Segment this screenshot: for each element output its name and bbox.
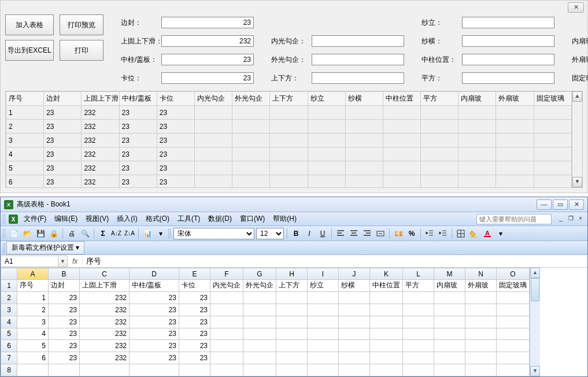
sheet-cell[interactable] — [243, 352, 276, 364]
toolbar-handle-icon[interactable] — [168, 229, 171, 238]
grid-cell[interactable]: 23 — [157, 134, 194, 147]
field-input-shaheng[interactable] — [462, 35, 554, 47]
column-header[interactable]: J — [339, 268, 370, 280]
grid-cell[interactable] — [270, 120, 308, 134]
grid-cell[interactable] — [534, 106, 571, 120]
sheet-cell[interactable]: 纱立 — [308, 280, 339, 292]
sheet-cell[interactable]: 23 — [179, 291, 210, 304]
field-input-zhongzhu_gaiban[interactable] — [161, 54, 254, 65]
sheet-cell[interactable]: 内光勾企 — [210, 280, 243, 292]
grid-cell[interactable] — [421, 106, 458, 120]
grid-header[interactable]: 纱横 — [345, 92, 383, 106]
grid-cell[interactable] — [458, 175, 496, 188]
sheet-cell[interactable] — [276, 316, 308, 328]
grid-cell[interactable]: 232 — [82, 161, 119, 175]
menu-edit[interactable]: 编辑(E) — [51, 213, 81, 225]
grid-cell[interactable]: 3 — [6, 134, 44, 147]
grid-cell[interactable]: 23 — [119, 161, 157, 175]
sheet-cell[interactable] — [465, 304, 497, 316]
sheet-cell[interactable] — [210, 304, 243, 316]
grid-cell[interactable]: 23 — [44, 161, 82, 175]
sheet-cell[interactable] — [276, 352, 308, 364]
sheet-cell[interactable] — [308, 316, 339, 328]
sheet-cell[interactable]: 23 — [130, 328, 179, 340]
grid-cell[interactable]: 23 — [119, 120, 157, 134]
field-input-bianfeng[interactable] — [161, 17, 254, 28]
grid-header[interactable]: 平方 — [421, 92, 458, 106]
sheet-cell[interactable] — [434, 316, 465, 328]
grid-cell[interactable] — [308, 120, 345, 134]
grid-header[interactable]: 上固上下滑 — [82, 92, 119, 106]
sheet-cell[interactable] — [465, 352, 497, 364]
column-header[interactable]: B — [49, 268, 80, 280]
sheet-cell[interactable]: 23 — [49, 328, 80, 340]
toolbar-handle-icon[interactable] — [3, 215, 5, 224]
grid-cell[interactable] — [270, 147, 308, 161]
column-header[interactable]: O — [497, 268, 530, 280]
field-input-shali[interactable] — [462, 17, 554, 28]
grid-header[interactable]: 内扇玻 — [458, 92, 496, 106]
grid-cell[interactable]: 23 — [44, 147, 82, 161]
table-row[interactable]: 4232322323 — [6, 147, 572, 161]
grid-cell[interactable] — [421, 175, 458, 188]
sheet-cell[interactable]: 23 — [130, 352, 179, 364]
grid-cell[interactable]: 232 — [82, 120, 119, 134]
menu-help[interactable]: 帮助(H) — [269, 213, 300, 225]
field-input-neiguang[interactable] — [312, 35, 404, 47]
grid-cell[interactable] — [345, 147, 383, 161]
grid-cell[interactable] — [458, 120, 496, 134]
sheet-cell[interactable] — [497, 304, 530, 316]
sheet-cell[interactable]: 外光勾企 — [243, 280, 276, 292]
sheet-cell[interactable]: 上下方 — [276, 280, 308, 292]
grid-cell[interactable] — [496, 147, 534, 161]
sheet-cell[interactable] — [497, 316, 530, 328]
grid-header[interactable]: 内光勾企 — [194, 92, 232, 106]
sheet-cell[interactable] — [370, 328, 403, 340]
scroll-up-icon[interactable]: ▲ — [572, 91, 582, 102]
open-icon[interactable]: 📂 — [21, 228, 33, 239]
column-header[interactable]: H — [276, 268, 308, 280]
sheet-cell[interactable]: 23 — [49, 316, 80, 328]
sheet-cell[interactable] — [243, 316, 276, 328]
sheet-cell[interactable] — [308, 291, 339, 304]
document-protect-button[interactable]: 新毒霸文档保护设置 ▾ — [6, 241, 84, 254]
sheet-cell[interactable]: 固定玻璃 — [497, 280, 530, 292]
sheet-cell[interactable]: 3 — [17, 316, 49, 328]
grid-cell[interactable] — [496, 161, 534, 175]
sheet-cell[interactable] — [276, 340, 308, 352]
grid-cell[interactable] — [345, 161, 383, 175]
sheet-cell[interactable]: 232 — [80, 328, 130, 340]
sheet-cell[interactable]: 232 — [80, 352, 130, 364]
doc-restore-icon[interactable]: ❐ — [566, 215, 575, 223]
menu-tools[interactable]: 工具(T) — [174, 213, 204, 225]
grid-cell[interactable] — [194, 175, 232, 188]
sheet-cell[interactable] — [210, 364, 243, 376]
sheet-cell[interactable]: 23 — [179, 340, 210, 352]
row-header[interactable]: 5 — [1, 328, 17, 340]
grid-cell[interactable] — [194, 120, 232, 134]
italic-icon[interactable]: I — [304, 228, 315, 239]
formula-input[interactable] — [82, 256, 587, 267]
sheet-cell[interactable] — [339, 364, 370, 376]
row-header[interactable]: 6 — [1, 340, 17, 352]
grid-header[interactable]: 卡位 — [157, 92, 194, 106]
sheet-cell[interactable]: 23 — [130, 291, 179, 304]
sheet-cell[interactable] — [339, 304, 370, 316]
sheet-cell[interactable] — [403, 340, 434, 352]
field-input-pingfang[interactable] — [462, 72, 554, 84]
sheet-cell[interactable] — [130, 364, 179, 376]
sheet-cell[interactable]: 内扇玻 — [434, 280, 465, 292]
print-preview-button[interactable]: 打印预览 — [60, 14, 103, 35]
grid-cell[interactable] — [458, 161, 496, 175]
field-input-shangguxia[interactable] — [161, 35, 254, 47]
grid-cell[interactable] — [308, 147, 345, 161]
grid-cell[interactable]: 2 — [6, 120, 44, 134]
field-input-kawei[interactable] — [161, 72, 254, 84]
sheet-cell[interactable]: 232 — [80, 291, 130, 304]
grid-cell[interactable]: 23 — [119, 147, 157, 161]
grid-cell[interactable] — [232, 161, 270, 175]
sheet-cell[interactable] — [465, 316, 497, 328]
sheet-cell[interactable] — [403, 328, 434, 340]
sheet-cell[interactable] — [497, 352, 530, 364]
grid-cell[interactable] — [308, 106, 345, 120]
